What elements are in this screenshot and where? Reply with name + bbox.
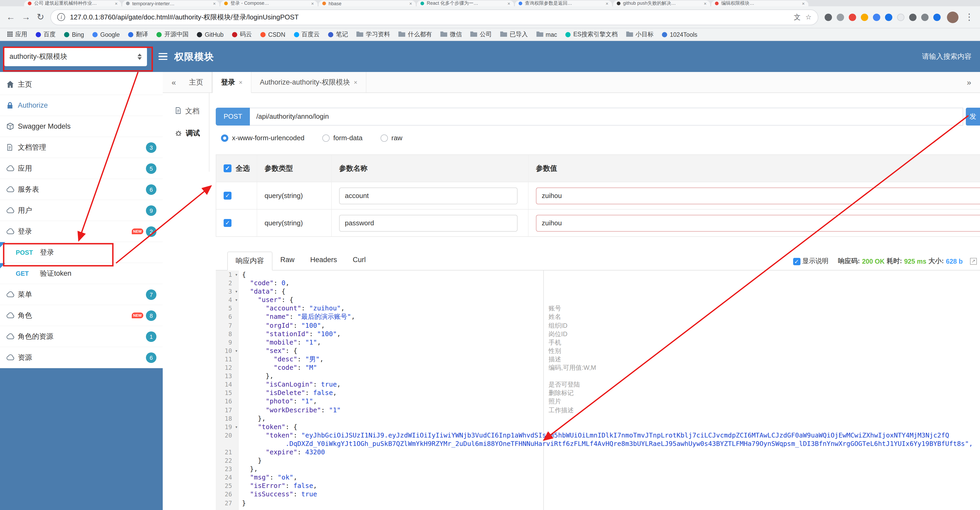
browser-tab[interactable]: 编辑权限模块…× <box>711 0 808 6</box>
sidebar-item-service[interactable]: 服务表6 <box>0 179 163 200</box>
bookmark-item[interactable]: mac <box>536 31 557 38</box>
browser-menu-icon[interactable]: ⋮ <box>965 13 974 22</box>
sidebar-item-role-resource[interactable]: 角色的资源1 <box>0 326 163 347</box>
expand-tabs-icon[interactable]: » <box>962 72 976 92</box>
tab-close-icon[interactable]: × <box>354 78 358 86</box>
radio-icon[interactable] <box>322 134 329 142</box>
bookmark-item[interactable]: 开源中国 <box>156 30 188 38</box>
response-tab-Raw[interactable]: Raw <box>272 252 302 271</box>
fullscreen-icon[interactable]: ↗ <box>970 258 977 265</box>
param-value-input[interactable]: zuihou <box>536 215 980 231</box>
page-info-icon[interactable]: i <box>57 13 65 21</box>
tab-close-icon[interactable]: × <box>508 1 510 6</box>
browser-tab[interactable]: temporary-interter…× <box>122 0 220 6</box>
extension-icon[interactable] <box>861 13 868 21</box>
bookmark-item[interactable]: Google <box>92 31 120 38</box>
tab-close-icon[interactable]: × <box>311 1 314 6</box>
send-button[interactable]: 发 <box>966 108 980 126</box>
module-select[interactable]: authority-权限模块 <box>4 47 147 66</box>
sidebar-item-role[interactable]: 角色NEW8 <box>0 305 163 326</box>
sidebar-item-resource[interactable]: 资源6 <box>0 347 163 368</box>
tab-登录[interactable]: 登录× <box>212 72 251 93</box>
show-description-checkbox[interactable]: ✓ <box>793 258 800 265</box>
response-tab-Headers[interactable]: Headers <box>302 252 345 271</box>
bookmark-item[interactable]: Bing <box>64 31 84 38</box>
endpoint-get-verify-token[interactable]: GET验证token <box>0 263 163 284</box>
address-bar[interactable]: i 127.0.0.1:8760/api/gate/doc.html#/auth… <box>51 9 819 25</box>
collapse-tabs-icon[interactable]: « <box>167 72 181 92</box>
menu-toggle-icon[interactable] <box>159 53 167 60</box>
extension-icon[interactable] <box>837 13 844 21</box>
response-tab-响应内容[interactable]: 响应内容 <box>227 252 272 271</box>
doc-nav-debug[interactable]: 调试 <box>175 123 209 145</box>
radio-icon[interactable] <box>221 134 228 142</box>
browser-tab[interactable]: github push失败的解决…× <box>613 0 710 6</box>
response-tab-Curl[interactable]: Curl <box>345 252 374 271</box>
translate-icon[interactable]: 文 <box>794 12 801 22</box>
browser-tab[interactable]: React 化多个步骤为一…× <box>417 0 514 6</box>
bookmark-item[interactable]: 1024Tools <box>662 31 697 38</box>
tab-close-icon[interactable]: × <box>606 1 608 6</box>
bookmark-item[interactable]: 百度云 <box>294 30 320 38</box>
back-icon[interactable]: ← <box>6 13 15 22</box>
body-type-option[interactable]: raw <box>380 134 402 142</box>
header-search-input[interactable]: 请输入搜索内容 <box>922 52 972 61</box>
endpoint-post-login[interactable]: POST登录 <box>0 242 163 263</box>
param-name-input[interactable]: account <box>339 187 517 204</box>
tab-close-icon[interactable]: × <box>704 1 706 6</box>
sidebar-item-authorize[interactable]: Authorize <box>0 95 163 116</box>
tab-close-icon[interactable]: × <box>213 1 216 6</box>
profile-avatar[interactable] <box>947 11 958 23</box>
tab-close-icon[interactable]: × <box>409 1 412 6</box>
extension-icon[interactable] <box>825 13 832 21</box>
browser-tab[interactable]: 登录 - Compose…× <box>220 0 318 6</box>
bookmark-item[interactable]: 小目标 <box>626 30 654 38</box>
sidebar-item-swagger-models[interactable]: Swagger Models <box>0 116 163 137</box>
body-type-option[interactable]: x-www-form-urlencoded <box>221 134 304 142</box>
body-type-option[interactable]: form-data <box>322 134 363 142</box>
bookmark-item[interactable]: 码云 <box>232 30 252 38</box>
sidebar-item-home[interactable]: 主页 <box>0 74 163 95</box>
tab-Authorize-authority-权限模块[interactable]: Authorize-authority-权限模块× <box>251 72 366 92</box>
bookmark-item[interactable]: GitHub <box>197 31 224 38</box>
param-value-input[interactable]: zuihou <box>536 187 980 204</box>
bookmark-item[interactable]: 公司 <box>470 30 492 38</box>
tab-close-icon[interactable]: × <box>239 79 242 86</box>
fold-icon[interactable]: ▾ <box>235 287 238 296</box>
bookmark-item[interactable]: 百度 <box>36 30 56 38</box>
forward-icon[interactable]: → <box>22 13 30 22</box>
bookmark-star-icon[interactable]: ☆ <box>805 13 811 21</box>
fold-icon[interactable]: ▾ <box>235 347 238 355</box>
browser-tab[interactable]: hbase× <box>319 0 416 6</box>
bookmark-item[interactable]: 应用 <box>7 30 27 38</box>
response-body-editor[interactable]: 1▾{2 "code": 0,3▾ "data": {4▾ "user": {5… <box>216 271 980 510</box>
select-all-checkbox[interactable]: ✓ <box>224 164 231 172</box>
fold-icon[interactable]: ▾ <box>235 271 238 279</box>
browser-tab[interactable]: 公司 建筑起重机械特种作业…× <box>24 0 121 6</box>
extension-icon[interactable] <box>885 13 892 21</box>
bookmark-item[interactable]: 翻译 <box>128 30 148 38</box>
sidebar-item-menu[interactable]: 菜单7 <box>0 284 163 305</box>
bookmark-item[interactable]: 什么都有 <box>398 30 432 38</box>
fold-icon[interactable]: ▾ <box>235 422 238 431</box>
param-name-input[interactable]: password <box>339 215 517 231</box>
bookmark-item[interactable]: CSDN <box>260 31 285 38</box>
doc-nav-doc[interactable]: 文档 <box>175 100 209 123</box>
bookmark-item[interactable]: ES搜索引擎文档 <box>566 30 618 38</box>
sidebar-item-user[interactable]: 用户9 <box>0 200 163 221</box>
fold-icon[interactable]: ▾ <box>235 296 238 304</box>
tab-主页[interactable]: 主页 <box>181 72 212 92</box>
sidebar-item-application[interactable]: 应用5 <box>0 158 163 179</box>
radio-icon[interactable] <box>380 134 388 142</box>
sidebar-item-doc-manage[interactable]: 文档管理3 <box>0 137 163 158</box>
param-checkbox[interactable]: ✓ <box>224 192 231 199</box>
reload-icon[interactable]: ↻ <box>37 13 45 22</box>
bookmark-item[interactable]: 笔记 <box>328 30 348 38</box>
extension-icon[interactable] <box>849 13 856 21</box>
extension-icon[interactable] <box>897 13 904 21</box>
param-checkbox[interactable]: ✓ <box>224 219 231 227</box>
endpoint-url-input[interactable]: /api/authority/anno/login <box>250 108 963 126</box>
bookmark-item[interactable]: 学习资料 <box>356 30 390 38</box>
bookmark-item[interactable]: 微信 <box>441 30 462 38</box>
sidebar-item-login[interactable]: 登录NEW2 <box>0 221 163 242</box>
